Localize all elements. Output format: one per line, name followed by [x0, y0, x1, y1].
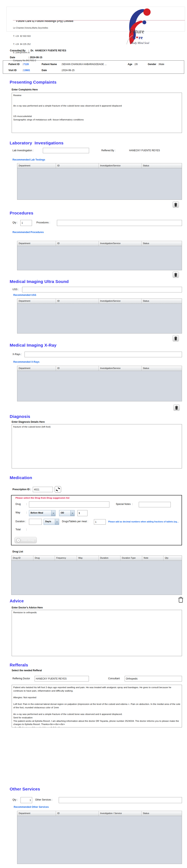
column-header: ID [56, 241, 99, 246]
column-header: Department [17, 811, 56, 816]
column-header: Investigation/Service [99, 163, 142, 168]
section-title-advice: Advice [10, 598, 24, 603]
logo-tagline: Body Mind Soul [131, 41, 149, 44]
consultant-input[interactable] [125, 676, 182, 682]
section-title-medication: Medication [10, 475, 32, 480]
recommended-lab-testings-label: Recommended Lab Testings [12, 158, 45, 161]
phone-line-1: T: +24 82 593 593 [13, 35, 48, 38]
trash-outline-icon [178, 596, 183, 603]
delete-uss-item-button[interactable] [173, 335, 179, 342]
column-header: Drug ID [11, 556, 33, 560]
patient-age-value: 26 [135, 63, 138, 66]
section-title-presenting-complaints: Presenting Complaints [10, 80, 57, 85]
lab-investigation-label: Lab Investingation : [12, 149, 33, 152]
lab-table-header: Department ID Investigation/Service Stat… [17, 163, 182, 168]
colon: : [26, 503, 27, 505]
column-header: Duration Type [120, 556, 142, 560]
column-header: Department [17, 241, 56, 246]
colon: : [28, 49, 29, 52]
delete-lab-item-button[interactable] [173, 202, 179, 208]
duration-input[interactable] [29, 519, 42, 525]
column-header: Fequency [55, 556, 77, 560]
refresh-icon [56, 487, 60, 492]
delete-xray-item-button[interactable] [173, 404, 180, 411]
complaints-sublabel: Enter Complaints Here [12, 88, 38, 91]
diagnosis-sublabel: Enter Diagnosis Details Here [12, 421, 45, 423]
advice-textarea[interactable] [12, 610, 182, 656]
section-title-diagnosis: Diagnosis [10, 414, 30, 419]
column-header: Department [17, 366, 56, 371]
patient-id-label: Patient ID [8, 63, 23, 66]
visit-id-label: Visit ID [8, 69, 23, 72]
visit-date-label: Date [42, 69, 61, 72]
column-header: ID [56, 811, 99, 816]
patient-gender-label: Gender [148, 63, 158, 66]
patient-row-2: Visit ID: 13681 Date: 2024-06-15 [8, 69, 74, 72]
column-header: Status [142, 163, 182, 168]
column-header: Department [17, 163, 56, 168]
section-title-laboratory-investigations: Laboratory Investigations [10, 141, 64, 146]
chevron-down-icon: ▼ [51, 510, 55, 516]
referred-by-value: HANECKY FUENTE REYES [129, 149, 160, 152]
column-header: Note [142, 556, 163, 560]
patient-id-value: 7128 [23, 63, 29, 66]
procedures-qty-input[interactable] [20, 220, 32, 226]
section-title-procedures: Procedures [10, 211, 33, 216]
referral-textarea[interactable] [12, 685, 182, 727]
uss-input[interactable] [22, 287, 182, 292]
recommended-other-services-label: Recommended Other Services [14, 806, 49, 808]
other-services-label: Other Services : [35, 798, 52, 801]
recommended-xrays-label: Recommended X-Rays [13, 361, 39, 363]
column-header: Status [142, 811, 182, 816]
complaints-textarea[interactable] [12, 93, 182, 133]
frequency-select[interactable]: OD ▼ [59, 510, 75, 516]
visit-id-value: 13681 [23, 69, 30, 72]
section-title-xray: Medical Imaging X-Ray [10, 343, 57, 348]
referring-doctor-input[interactable] [35, 676, 89, 682]
other-services-input[interactable] [59, 797, 182, 803]
way-meal-select[interactable]: Before Meal ▼ [29, 510, 55, 516]
patient-name-label: Patient Name [42, 63, 61, 66]
column-header: ID [56, 299, 99, 304]
per-meal-input[interactable] [94, 519, 106, 525]
column-header: Status [142, 241, 182, 246]
visit-id-field: Visit ID: 13681 [8, 69, 42, 72]
diagnosis-textarea[interactable] [12, 424, 182, 468]
logo-graphic: Future C ♥ re Body Mind Soul [121, 4, 155, 46]
refresh-prescription-id-button[interactable] [55, 486, 61, 493]
trash-icon [174, 203, 177, 207]
column-header: Way [77, 556, 99, 560]
column-header: Investigation/Service [99, 299, 142, 304]
other-qty-input[interactable] [21, 797, 32, 803]
other-services-table: Department ID Investigation / Service St… [17, 811, 182, 864]
xrays-input[interactable] [25, 352, 182, 357]
drug-input[interactable] [29, 501, 109, 507]
drug-warning-text: Please select the Drug from Drug suggess… [15, 497, 69, 499]
drug-label: Drug [15, 503, 21, 505]
header-divider [13, 20, 185, 21]
total-label: Total [15, 528, 21, 531]
procedures-table-header: Department ID Investigation/Service Stat… [17, 241, 182, 246]
add-drug-button[interactable]: + Add Drug [14, 537, 37, 544]
other-qty-label: Qty : [12, 798, 17, 801]
patient-age-field: Age: 26 [128, 63, 148, 66]
duration-label: Duration : [15, 520, 26, 523]
delete-advice-button[interactable] [178, 596, 183, 604]
frequency-qty-input[interactable] [77, 510, 87, 516]
prescription-id-input[interactable] [33, 487, 53, 492]
way-meal-value: Before Meal [29, 510, 51, 516]
procedures-input[interactable] [57, 220, 182, 226]
advice-sublabel: Enter Doctor's Advice Here [12, 606, 43, 609]
logo-text-future: Future [129, 28, 144, 34]
delete-procedure-item-button[interactable] [173, 272, 179, 278]
consulted-by-value: Dr. HANECKY FUENTE REYES [31, 49, 66, 52]
chevron-down-icon: ▼ [70, 510, 74, 516]
logo-text-c: C [132, 35, 136, 40]
future-care-logo: Future C ♥ re Body Mind Soul [121, 4, 155, 46]
duration-unit-select[interactable]: Day/s ▼ [44, 519, 59, 525]
colon: : [28, 56, 29, 59]
lab-investigation-input[interactable] [43, 148, 89, 153]
special-notes-input[interactable] [139, 502, 171, 507]
duration-unit-value: Day/s [44, 519, 55, 525]
prescription-id-label: Prescription ID : [12, 488, 31, 491]
